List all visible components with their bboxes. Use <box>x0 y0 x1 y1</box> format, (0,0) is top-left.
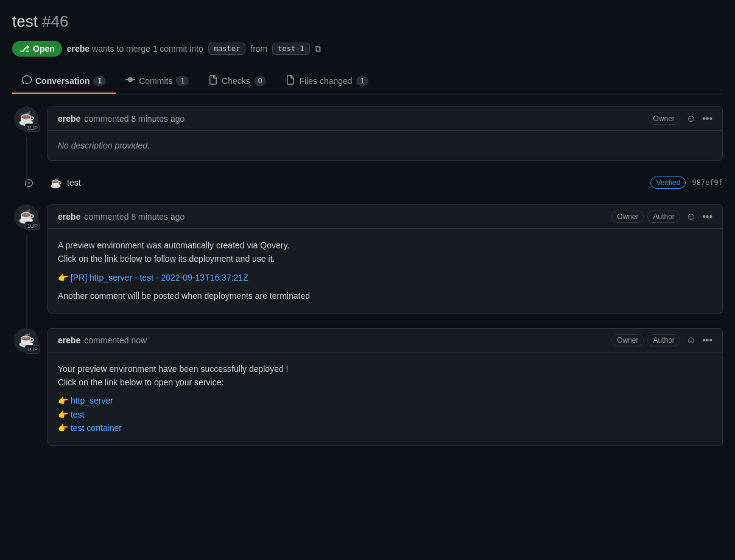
comment-author-2: erebe <box>58 212 80 222</box>
conversation-icon <box>22 75 32 86</box>
author-badge-2: Author <box>647 211 680 223</box>
commit-node-col: ⊙ <box>15 175 43 190</box>
tab-files-changed-count: 1 <box>356 76 369 86</box>
comment-author-1: erebe <box>58 114 80 124</box>
verified-badge-1: Verified <box>650 177 686 189</box>
avatar-col-3: ☕ 1UP <box>12 328 40 460</box>
avatar-erebe-2: ☕ 1UP <box>14 205 38 229</box>
commit-hash-1[interactable]: 987ef9f <box>692 178 723 187</box>
comment-actions-1: Owner ☺ ••• <box>648 112 713 125</box>
emoji-reaction-btn-2[interactable]: ☺ <box>684 210 698 223</box>
owner-badge-2: Owner <box>611 211 644 223</box>
commit-right-1: Verified 987ef9f <box>650 177 723 189</box>
comment-meta-2: erebe commented 8 minutes ago <box>58 212 185 222</box>
comment-body-2: A preview environment was automatically … <box>48 229 722 313</box>
comment-line-3-1: Your preview environment have been succe… <box>58 362 712 376</box>
tab-commits-count: 1 <box>176 76 189 86</box>
comment-actions-3: Owner Author ☺ ••• <box>611 334 712 347</box>
service-link-http-server[interactable]: http_server <box>71 396 113 405</box>
avatar-col-2: ☕ 1UP <box>12 205 40 328</box>
service-link-test-container[interactable]: test container <box>71 423 122 433</box>
timeline-item-comment-2: ☕ 1UP erebe commented 8 minutes ago Owne… <box>12 205 723 328</box>
emoji-reaction-btn-3[interactable]: ☺ <box>684 334 698 347</box>
tabs-bar: Conversation 1 Commits 1 Checks 0 Files … <box>12 69 723 94</box>
comment-actions-2: Owner Author ☺ ••• <box>611 210 712 223</box>
tab-conversation-label: Conversation <box>35 76 90 86</box>
comment-author-3: erebe <box>58 335 80 345</box>
preview-link-2[interactable]: [PR] http_server - test - 2022-09-13T16:… <box>71 273 248 282</box>
copy-icon[interactable]: ⧉ <box>315 44 321 54</box>
commit-emoji-1: ☕ <box>50 177 62 189</box>
comment-action-3: commented now <box>84 335 147 345</box>
timeline-item-comment-1: ☕ 1UP erebe commented 8 minutes ago Owne… <box>12 107 723 175</box>
comment-line-3-2: Click on the link below to open your ser… <box>58 376 712 389</box>
tab-commits-label: Commits <box>139 76 172 86</box>
comment-line-2-link: 👉 [PR] http_server - test - 2022-09-13T1… <box>58 271 712 284</box>
commit-label-1: ☕ test <box>50 177 643 189</box>
comment-box-2: erebe commented 8 minutes ago Owner Auth… <box>47 205 723 313</box>
tab-checks[interactable]: Checks 0 <box>199 69 276 94</box>
commit-row-1: ⊙ ☕ test Verified 987ef9f <box>12 175 723 190</box>
timeline-item-comment-3: ☕ 1UP erebe commented now Owner Author ☺… <box>12 328 723 460</box>
tab-commits[interactable]: Commits 1 <box>116 69 199 94</box>
tab-checks-count: 0 <box>254 76 267 86</box>
comment-line-3-link2: 👉 test <box>58 408 712 421</box>
commit-node-icon: ⊙ <box>24 175 34 190</box>
tab-files-changed[interactable]: Files changed 1 <box>276 69 378 94</box>
emoji-reaction-btn-1[interactable]: ☺ <box>684 112 698 125</box>
open-icon: ⎇ <box>19 44 29 54</box>
pointing-right-icon-3c: 👉 <box>58 423 68 433</box>
comment-meta-3: erebe commented now <box>58 335 147 345</box>
pr-meta-bar: ⎇ Open erebe wants to merge 1 commit int… <box>12 41 723 57</box>
avatar-erebe-3: ☕ 1UP <box>14 328 38 352</box>
comment-header-2: erebe commented 8 minutes ago Owner Auth… <box>48 205 722 229</box>
comment-line-3-link1: 👉 http_server <box>58 394 712 407</box>
checks-icon <box>208 75 218 86</box>
comment-action-2: commented 8 minutes ago <box>84 212 185 222</box>
avatar-badge-3: 1UP <box>25 345 40 354</box>
pointing-right-icon-2: 👉 <box>58 273 68 282</box>
avatar-col-1: ☕ 1UP <box>12 107 40 175</box>
comment-header-3: erebe commented now Owner Author ☺ ••• <box>48 329 722 352</box>
avatar-badge-2: 1UP <box>25 222 40 230</box>
avatar-badge-1: 1UP <box>25 124 40 132</box>
commit-name-1[interactable]: test <box>67 178 81 187</box>
files-changed-icon <box>286 75 295 86</box>
service-link-test[interactable]: test <box>71 410 85 419</box>
pr-desc-text: wants to merge 1 commit into <box>92 44 203 54</box>
tab-files-changed-label: Files changed <box>299 76 352 86</box>
author-badge-3: Author <box>647 334 680 346</box>
tab-conversation[interactable]: Conversation 1 <box>12 69 116 94</box>
comment-meta-1: erebe commented 8 minutes ago <box>58 114 185 124</box>
owner-badge-3: Owner <box>611 334 644 346</box>
comment-body-1: No description provided. <box>48 131 722 160</box>
pr-description: erebe wants to merge 1 commit into <box>67 44 203 54</box>
comment-line-2-1: A preview environment was automatically … <box>58 239 712 252</box>
more-options-btn-1[interactable]: ••• <box>702 113 712 124</box>
pr-title-text: test <box>12 12 38 30</box>
pr-number: #46 <box>42 12 68 30</box>
comment-header-1: erebe commented 8 minutes ago Owner ☺ ••… <box>48 107 722 131</box>
page-title: test #46 <box>12 12 723 31</box>
owner-badge-1: Owner <box>648 113 680 125</box>
avatar-erebe-1: ☕ 1UP <box>14 107 38 131</box>
tab-checks-label: Checks <box>222 76 250 86</box>
pointing-right-icon-3a: 👉 <box>58 396 68 405</box>
comment-line-3-link3: 👉 test container <box>58 421 712 435</box>
comment-line-2-2: Click on the link below to follow its de… <box>58 252 712 265</box>
target-branch[interactable]: master <box>208 43 245 55</box>
comment-body-3: Your preview environment have been succe… <box>48 352 722 445</box>
open-label: Open <box>33 44 55 54</box>
more-options-btn-3[interactable]: ••• <box>702 335 712 346</box>
pr-author: erebe <box>67 44 90 54</box>
timeline: ☕ 1UP erebe commented 8 minutes ago Owne… <box>12 94 723 460</box>
pointing-right-icon-3b: 👉 <box>58 410 68 419</box>
comment-box-3: erebe commented now Owner Author ☺ ••• Y… <box>47 328 723 446</box>
from-text: from <box>250 44 267 54</box>
comment-body-text-1: No description provided. <box>58 141 150 150</box>
commits-icon <box>125 75 135 86</box>
more-options-btn-2[interactable]: ••• <box>702 211 712 222</box>
comment-line-2-3: Another comment will be posted when depl… <box>58 289 712 303</box>
source-branch[interactable]: test-1 <box>272 43 309 55</box>
open-badge: ⎇ Open <box>12 41 62 57</box>
